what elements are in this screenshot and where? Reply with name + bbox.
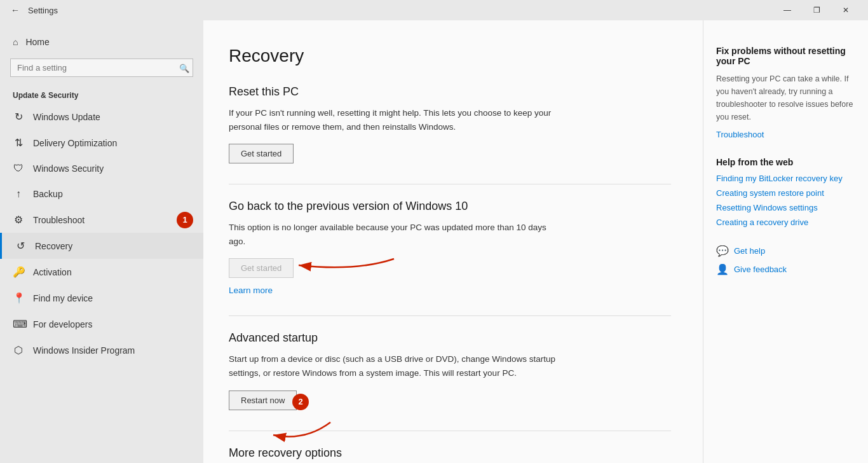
go-back-button: Get started	[229, 258, 294, 278]
right-link-recovery-drive[interactable]: Creating a recovery drive	[716, 218, 855, 227]
recovery-icon: ↺	[15, 240, 26, 252]
sidebar-label-for-developers: For developers	[33, 319, 92, 329]
find-device-icon: 📍	[13, 292, 24, 304]
sidebar-item-find-my-device[interactable]: 📍 Find my device	[0, 285, 203, 311]
restart-now-button[interactable]: Restart now	[229, 390, 297, 410]
divider-2	[229, 315, 671, 316]
get-help-item[interactable]: 💬 Get help	[716, 245, 855, 257]
main-container: ⌂ Home 🔍 Update & Security ↻ Windows Upd…	[0, 20, 868, 463]
search-input[interactable]	[10, 59, 193, 77]
reset-pc-button[interactable]: Get started	[229, 144, 294, 163]
sidebar-item-for-developers[interactable]: ⌨ For developers	[0, 311, 203, 337]
content-area: Recovery Reset this PC If your PC isn't …	[203, 20, 703, 463]
sidebar-label-backup: Backup	[33, 189, 63, 199]
right-fix-desc: Resetting your PC can take a while. If y…	[716, 73, 855, 123]
windows-update-icon: ↻	[13, 111, 24, 123]
sidebar-section-title: Update & Security	[0, 82, 203, 104]
annotation-1: 1	[177, 212, 193, 228]
titlebar-controls: — ❐ ✕	[773, 0, 860, 20]
right-link-reset-settings[interactable]: Resetting Windows settings	[716, 203, 855, 212]
sidebar-item-windows-security[interactable]: 🛡 Windows Security	[0, 156, 203, 181]
right-help-section: Help from the web Finding my BitLocker r…	[716, 157, 855, 227]
get-help-icon: 💬	[716, 245, 729, 257]
more-recovery-title: More recovery options	[229, 446, 671, 460]
section-go-back: Go back to the previous version of Windo…	[229, 200, 671, 295]
close-button[interactable]: ✕	[831, 0, 860, 20]
right-link-bitlocker[interactable]: Finding my BitLocker recovery key	[716, 174, 855, 183]
sidebar-label-windows-update: Windows Update	[33, 112, 100, 122]
sidebar-item-windows-insider[interactable]: ⬡ Windows Insider Program	[0, 337, 203, 363]
section-advanced-startup: Advanced startup Start up from a device …	[229, 331, 671, 410]
sidebar-item-windows-update[interactable]: ↻ Windows Update	[0, 104, 203, 130]
annotation-2: 2	[292, 394, 309, 410]
for-developers-icon: ⌨	[13, 318, 24, 330]
troubleshoot-icon: ⚙	[13, 214, 24, 226]
give-feedback-icon: 👤	[716, 263, 729, 275]
search-box: 🔍	[10, 59, 193, 77]
sidebar-label-windows-security: Windows Security	[33, 163, 104, 174]
activation-icon: 🔑	[13, 266, 24, 278]
sidebar-label-troubleshoot: Troubleshoot	[33, 215, 85, 225]
sidebar: ⌂ Home 🔍 Update & Security ↻ Windows Upd…	[0, 20, 203, 463]
titlebar-title: Settings	[28, 6, 773, 15]
home-icon: ⌂	[13, 37, 18, 47]
get-help-link[interactable]: Get help	[734, 246, 765, 256]
minimize-button[interactable]: —	[773, 0, 802, 20]
windows-security-icon: 🛡	[13, 163, 24, 174]
give-feedback-link[interactable]: Give feedback	[734, 265, 787, 274]
give-feedback-item[interactable]: 👤 Give feedback	[716, 263, 855, 275]
divider-3	[229, 431, 671, 431]
sidebar-item-home[interactable]: ⌂ Home	[0, 31, 203, 53]
sidebar-item-activation[interactable]: 🔑 Activation	[0, 259, 203, 285]
right-actions-section: 💬 Get help 👤 Give feedback	[716, 245, 855, 275]
sidebar-item-troubleshoot[interactable]: ⚙ Troubleshoot 1	[0, 207, 203, 233]
right-fix-title: Fix problems without resetting your PC	[716, 46, 855, 66]
sidebar-item-recovery[interactable]: ↺ Recovery	[0, 233, 203, 259]
advanced-startup-desc: Start up from a device or disc (such as …	[229, 352, 559, 380]
reset-pc-title: Reset this PC	[229, 85, 671, 99]
windows-insider-icon: ⬡	[13, 344, 24, 356]
search-icon: 🔍	[179, 63, 189, 73]
back-button[interactable]: ←	[8, 3, 23, 18]
sidebar-item-backup[interactable]: ↑ Backup	[0, 181, 203, 207]
divider-1	[229, 184, 671, 184]
titlebar: ← Settings — ❐ ✕	[0, 0, 868, 20]
right-panel: Fix problems without resetting your PC R…	[703, 20, 868, 463]
learn-more-link[interactable]: Learn more	[229, 286, 671, 295]
right-troubleshoot-link[interactable]: Troubleshoot	[716, 130, 855, 139]
go-back-title: Go back to the previous version of Windo…	[229, 200, 671, 213]
right-help-title: Help from the web	[716, 157, 855, 167]
sidebar-label-delivery-optimization: Delivery Optimization	[33, 138, 117, 148]
sidebar-label-find-my-device: Find my device	[33, 293, 93, 303]
backup-icon: ↑	[13, 188, 24, 200]
content-inner: Recovery Reset this PC If your PC isn't …	[229, 46, 671, 460]
delivery-optimization-icon: ⇅	[13, 137, 24, 149]
right-link-restore-point[interactable]: Creating system restore point	[716, 188, 855, 198]
maximize-button[interactable]: ❐	[802, 0, 831, 20]
sidebar-home-label: Home	[25, 37, 49, 47]
reset-pc-desc: If your PC isn't running well, resetting…	[229, 106, 559, 134]
sidebar-label-activation: Activation	[33, 267, 72, 277]
advanced-startup-title: Advanced startup	[229, 331, 671, 345]
sidebar-label-recovery: Recovery	[35, 241, 72, 251]
page-title: Recovery	[229, 46, 671, 66]
section-more-recovery: More recovery options	[229, 446, 671, 460]
sidebar-item-delivery-optimization[interactable]: ⇅ Delivery Optimization	[0, 130, 203, 156]
sidebar-label-windows-insider: Windows Insider Program	[33, 345, 135, 356]
section-reset-pc: Reset this PC If your PC isn't running w…	[229, 85, 671, 163]
go-back-desc: This option is no longer available becau…	[229, 221, 559, 248]
